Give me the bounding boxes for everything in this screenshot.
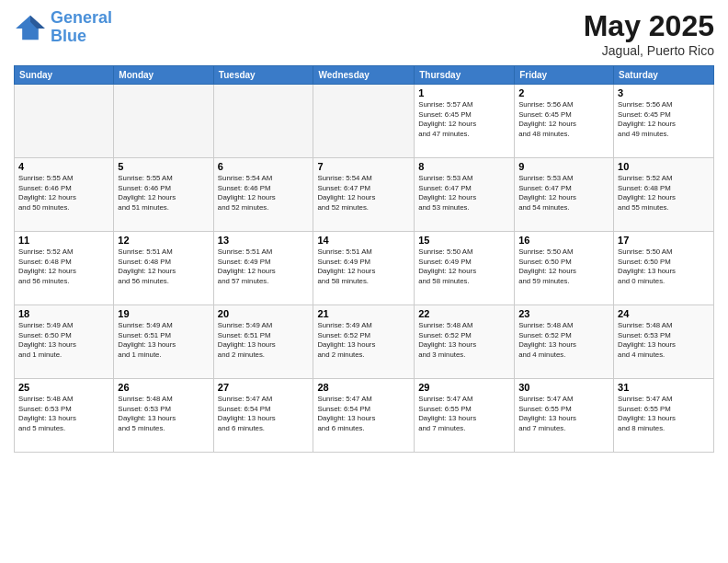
table-row: 28Sunrise: 5:47 AM Sunset: 6:54 PM Dayli… [313,379,415,453]
table-row: 14Sunrise: 5:51 AM Sunset: 6:49 PM Dayli… [313,232,415,305]
day-number: 19 [118,308,209,319]
calendar-subtitle: Jagual, Puerto Rico [584,43,714,58]
table-row [15,85,114,158]
logo-blue: Blue [51,27,86,45]
day-number: 29 [418,382,510,393]
table-row [213,85,313,158]
calendar-table: Sunday Monday Tuesday Wednesday Thursday… [14,65,714,453]
table-row: 13Sunrise: 5:51 AM Sunset: 6:49 PM Dayli… [213,232,313,305]
day-number: 9 [518,161,609,172]
table-row: 9Sunrise: 5:53 AM Sunset: 6:47 PM Daylig… [515,158,614,232]
col-saturday: Saturday [614,66,714,85]
col-friday: Friday [515,66,614,85]
day-number: 4 [18,161,109,172]
table-row [114,85,213,158]
table-row: 6Sunrise: 5:54 AM Sunset: 6:46 PM Daylig… [213,158,313,232]
day-number: 28 [317,382,410,393]
day-number: 11 [18,235,109,246]
table-row: 11Sunrise: 5:52 AM Sunset: 6:48 PM Dayli… [15,232,114,305]
day-number: 16 [518,235,609,246]
col-monday: Monday [114,66,213,85]
logo: General Blue [14,9,112,46]
day-info: Sunrise: 5:50 AM Sunset: 6:50 PM Dayligh… [618,247,710,286]
table-row: 25Sunrise: 5:48 AM Sunset: 6:53 PM Dayli… [15,379,114,453]
table-row: 12Sunrise: 5:51 AM Sunset: 6:48 PM Dayli… [114,232,213,305]
logo-icon [14,14,47,41]
col-sunday: Sunday [15,66,114,85]
day-info: Sunrise: 5:54 AM Sunset: 6:46 PM Dayligh… [218,174,310,213]
day-info: Sunrise: 5:55 AM Sunset: 6:46 PM Dayligh… [18,174,109,213]
table-row: 4Sunrise: 5:55 AM Sunset: 6:46 PM Daylig… [15,158,114,232]
day-number: 18 [18,308,109,319]
day-info: Sunrise: 5:55 AM Sunset: 6:46 PM Dayligh… [118,174,209,213]
day-info: Sunrise: 5:48 AM Sunset: 6:52 PM Dayligh… [418,321,510,360]
table-row: 10Sunrise: 5:52 AM Sunset: 6:48 PM Dayli… [614,158,714,232]
day-info: Sunrise: 5:49 AM Sunset: 6:52 PM Dayligh… [317,321,410,360]
table-row: 15Sunrise: 5:50 AM Sunset: 6:49 PM Dayli… [415,232,515,305]
day-number: 27 [218,382,310,393]
table-row: 31Sunrise: 5:47 AM Sunset: 6:55 PM Dayli… [614,379,714,453]
table-row: 23Sunrise: 5:48 AM Sunset: 6:52 PM Dayli… [515,305,614,379]
day-number: 17 [618,235,710,246]
col-wednesday: Wednesday [313,66,415,85]
col-thursday: Thursday [415,66,515,85]
table-row: 22Sunrise: 5:48 AM Sunset: 6:52 PM Dayli… [415,305,515,379]
day-number: 23 [518,308,609,319]
day-info: Sunrise: 5:47 AM Sunset: 6:54 PM Dayligh… [218,395,310,433]
day-info: Sunrise: 5:56 AM Sunset: 6:45 PM Dayligh… [618,100,710,139]
table-row: 30Sunrise: 5:47 AM Sunset: 6:55 PM Dayli… [515,379,614,453]
day-number: 14 [317,235,410,246]
table-row: 3Sunrise: 5:56 AM Sunset: 6:45 PM Daylig… [614,85,714,158]
table-row: 20Sunrise: 5:49 AM Sunset: 6:51 PM Dayli… [213,305,313,379]
day-info: Sunrise: 5:57 AM Sunset: 6:45 PM Dayligh… [418,100,510,139]
day-info: Sunrise: 5:47 AM Sunset: 6:54 PM Dayligh… [317,395,410,433]
day-number: 13 [218,235,310,246]
day-info: Sunrise: 5:50 AM Sunset: 6:49 PM Dayligh… [418,247,510,286]
day-number: 22 [418,308,510,319]
table-row: 19Sunrise: 5:49 AM Sunset: 6:51 PM Dayli… [114,305,213,379]
day-info: Sunrise: 5:49 AM Sunset: 6:51 PM Dayligh… [218,321,310,360]
logo-general: General [51,8,112,27]
calendar-title: May 2025 [584,9,714,43]
day-number: 3 [618,87,710,98]
table-row: 26Sunrise: 5:48 AM Sunset: 6:53 PM Dayli… [114,379,213,453]
day-number: 2 [518,87,609,98]
day-info: Sunrise: 5:52 AM Sunset: 6:48 PM Dayligh… [618,174,710,213]
day-number: 25 [18,382,109,393]
day-info: Sunrise: 5:51 AM Sunset: 6:49 PM Dayligh… [317,247,410,286]
day-info: Sunrise: 5:47 AM Sunset: 6:55 PM Dayligh… [418,395,510,433]
day-number: 24 [618,308,710,319]
day-info: Sunrise: 5:53 AM Sunset: 6:47 PM Dayligh… [518,174,609,213]
calendar-week-row: 4Sunrise: 5:55 AM Sunset: 6:46 PM Daylig… [15,158,714,232]
day-number: 6 [218,161,310,172]
day-info: Sunrise: 5:47 AM Sunset: 6:55 PM Dayligh… [518,395,609,433]
day-info: Sunrise: 5:47 AM Sunset: 6:55 PM Dayligh… [618,395,710,433]
day-info: Sunrise: 5:51 AM Sunset: 6:48 PM Dayligh… [118,247,209,286]
day-info: Sunrise: 5:49 AM Sunset: 6:50 PM Dayligh… [18,321,109,360]
calendar-week-row: 25Sunrise: 5:48 AM Sunset: 6:53 PM Dayli… [15,379,714,453]
page: General Blue May 2025 Jagual, Puerto Ric… [0,0,728,563]
day-info: Sunrise: 5:48 AM Sunset: 6:53 PM Dayligh… [18,395,109,433]
day-info: Sunrise: 5:52 AM Sunset: 6:48 PM Dayligh… [18,247,109,286]
col-tuesday: Tuesday [213,66,313,85]
day-info: Sunrise: 5:51 AM Sunset: 6:49 PM Dayligh… [218,247,310,286]
table-row: 18Sunrise: 5:49 AM Sunset: 6:50 PM Dayli… [15,305,114,379]
logo-text: General Blue [51,9,112,46]
table-row: 1Sunrise: 5:57 AM Sunset: 6:45 PM Daylig… [415,85,515,158]
day-info: Sunrise: 5:54 AM Sunset: 6:47 PM Dayligh… [317,174,410,213]
table-row: 16Sunrise: 5:50 AM Sunset: 6:50 PM Dayli… [515,232,614,305]
day-number: 5 [118,161,209,172]
day-info: Sunrise: 5:50 AM Sunset: 6:50 PM Dayligh… [518,247,609,286]
day-number: 20 [218,308,310,319]
table-row: 5Sunrise: 5:55 AM Sunset: 6:46 PM Daylig… [114,158,213,232]
calendar-week-row: 1Sunrise: 5:57 AM Sunset: 6:45 PM Daylig… [15,85,714,158]
table-row: 17Sunrise: 5:50 AM Sunset: 6:50 PM Dayli… [614,232,714,305]
day-info: Sunrise: 5:48 AM Sunset: 6:52 PM Dayligh… [518,321,609,360]
day-number: 7 [317,161,410,172]
day-number: 15 [418,235,510,246]
calendar-week-row: 11Sunrise: 5:52 AM Sunset: 6:48 PM Dayli… [15,232,714,305]
table-row: 8Sunrise: 5:53 AM Sunset: 6:47 PM Daylig… [415,158,515,232]
day-number: 21 [317,308,410,319]
calendar-week-row: 18Sunrise: 5:49 AM Sunset: 6:50 PM Dayli… [15,305,714,379]
table-row: 2Sunrise: 5:56 AM Sunset: 6:45 PM Daylig… [515,85,614,158]
